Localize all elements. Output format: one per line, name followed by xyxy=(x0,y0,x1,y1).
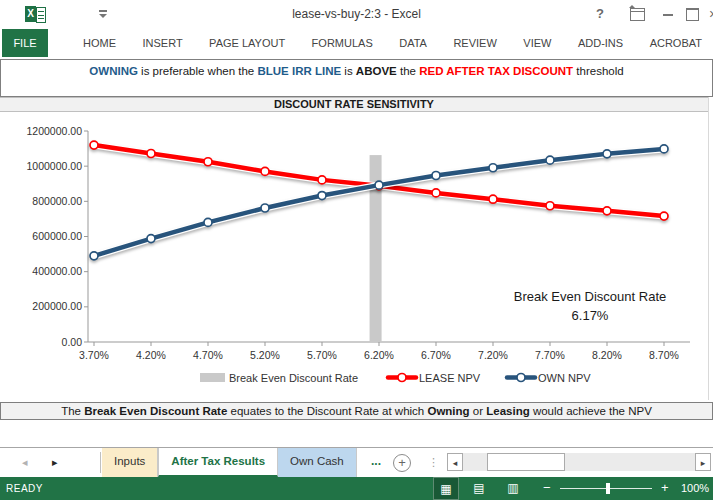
banner-top-segment-0: OWNING xyxy=(89,65,138,77)
data-point-marker[interactable] xyxy=(147,235,155,243)
data-point-marker[interactable] xyxy=(489,164,497,172)
view-normal-button[interactable]: ▦ xyxy=(433,477,459,500)
data-point-marker[interactable] xyxy=(90,252,98,260)
x-axis-label: 5.20% xyxy=(250,349,280,361)
y-axis-label: 400000.00 xyxy=(32,265,82,277)
ribbon-tab-page-layout[interactable]: PAGE LAYOUT xyxy=(198,29,296,57)
hscroll-right-icon[interactable]: ▸ xyxy=(695,453,711,471)
data-point-marker[interactable] xyxy=(546,202,554,210)
y-axis-label: 1000000.00 xyxy=(27,160,83,172)
data-point-marker[interactable] xyxy=(660,145,668,153)
x-axis-label: 4.70% xyxy=(193,349,223,361)
banner-top-segment-3: is xyxy=(341,65,356,77)
legend-swatch-break-even xyxy=(200,373,225,382)
data-point-marker[interactable] xyxy=(603,150,611,158)
bottom-note-banner: The Break Even Discount Rate equates to … xyxy=(0,402,713,420)
ribbon-tab-review[interactable]: REVIEW xyxy=(442,29,507,57)
sheet-tab-after-tax-results[interactable]: After Tax Results xyxy=(158,448,278,477)
ribbon-tab-home[interactable]: HOME xyxy=(72,29,127,57)
y-axis-label: 0.00 xyxy=(62,336,83,348)
banner-bottom-segment-0: The xyxy=(61,405,84,417)
banner-bottom-segment-4: or xyxy=(470,405,487,417)
sheet-tab-own-cash[interactable]: Own Cash xyxy=(278,448,357,477)
data-point-marker[interactable] xyxy=(375,181,383,189)
ribbon-tab-view[interactable]: VIEW xyxy=(512,29,562,57)
data-point-marker[interactable] xyxy=(489,195,497,203)
banner-top-segment-2: BLUE IRR LINE xyxy=(257,65,341,77)
hidden-sheets-indicator[interactable]: ... xyxy=(371,448,381,475)
zoom-slider-thumb[interactable] xyxy=(606,483,610,494)
banner-bottom-segment-3: Owning xyxy=(427,405,469,417)
empty-row xyxy=(0,82,713,97)
hscroll-left-icon[interactable]: ◂ xyxy=(447,453,463,471)
banner-bottom-segment-5: Leasing xyxy=(486,405,529,417)
ribbon-tab-file[interactable]: FILE xyxy=(2,29,48,57)
chart-canvas: 1200000.001000000.00800000.00600000.0040… xyxy=(0,112,713,400)
status-mode: READY xyxy=(6,477,43,500)
sheet-nav-left-icon[interactable]: ◂ xyxy=(22,448,28,477)
x-axis-label: 6.70% xyxy=(421,349,451,361)
zoom-slider[interactable] xyxy=(560,488,652,489)
data-point-marker[interactable] xyxy=(546,156,554,164)
data-point-marker[interactable] xyxy=(432,189,440,197)
chart-title: DISCOUNT RATE SENSITIVITY xyxy=(0,97,708,112)
y-axis-label: 600000.00 xyxy=(32,230,82,242)
ribbon-tab-data[interactable]: DATA xyxy=(388,29,438,57)
chart[interactable]: DISCOUNT RATE SENSITIVITY 1200000.001000… xyxy=(0,97,709,400)
data-point-marker[interactable] xyxy=(204,158,212,166)
x-axis-label: 7.20% xyxy=(478,349,508,361)
help-icon[interactable]: ? xyxy=(590,0,610,28)
break-even-annotation-line2: 6.17% xyxy=(572,308,609,323)
banner-bottom-segment-2: equates to the Discount Rate at which xyxy=(227,405,427,417)
ribbon-tab-acrobat[interactable]: ACROBAT xyxy=(639,29,713,57)
ribbon-tab-insert[interactable]: INSERT xyxy=(131,29,193,57)
data-point-marker[interactable] xyxy=(318,176,326,184)
minimize-icon[interactable] xyxy=(658,0,678,28)
banner-top-segment-6: RED AFTER TAX DISCOUNT xyxy=(419,65,573,77)
data-point-marker[interactable] xyxy=(432,171,440,179)
banner-top-segment-4: ABOVE xyxy=(356,65,397,77)
close-icon[interactable]: × xyxy=(703,0,713,28)
banner-bottom-segment-6: would achieve the NPV xyxy=(530,405,652,417)
view-page-break-button[interactable]: ▥ xyxy=(500,477,526,500)
zoom-out-button[interactable]: − xyxy=(543,477,551,499)
ribbon-tab-formulas[interactable]: FORMULAS xyxy=(301,29,384,57)
x-axis-label: 5.70% xyxy=(307,349,337,361)
data-point-marker[interactable] xyxy=(147,150,155,158)
y-axis-label: 200000.00 xyxy=(32,300,82,312)
zoom-level[interactable]: 100% xyxy=(681,477,709,500)
sheet-nav-right-icon[interactable]: ▸ xyxy=(52,448,58,477)
excel-window: X lease-vs-buy-2:3 - Excel ? × FILE HOME… xyxy=(0,0,713,500)
view-page-layout-button[interactable]: ▤ xyxy=(466,477,492,500)
ribbon-tab-add-ins[interactable]: ADD-INS xyxy=(567,29,634,57)
x-axis-label: 3.70% xyxy=(79,349,109,361)
data-point-marker[interactable] xyxy=(261,167,269,175)
top-note-banner: OWNING is preferable when the BLUE IRR L… xyxy=(0,59,713,83)
ribbon-display-options-icon[interactable] xyxy=(626,0,648,28)
data-point-marker[interactable] xyxy=(603,207,611,215)
data-point-marker[interactable] xyxy=(660,212,668,220)
sheet-tab-bar: ◂ ▸ InputsAfter Tax ResultsOwn Cash ... … xyxy=(0,447,713,477)
maximize-icon[interactable] xyxy=(682,0,702,28)
x-axis-label: 7.70% xyxy=(535,349,565,361)
legend-marker-lease-npv xyxy=(398,374,406,382)
data-point-marker[interactable] xyxy=(261,204,269,212)
data-point-marker[interactable] xyxy=(204,218,212,226)
hscroll-thumb[interactable] xyxy=(487,453,565,471)
y-axis-label: 800000.00 xyxy=(32,195,82,207)
title-bar: X lease-vs-buy-2:3 - Excel ? × xyxy=(0,0,713,28)
hscroll-track[interactable] xyxy=(463,453,695,471)
sheet-tab-inputs[interactable]: Inputs xyxy=(102,448,158,477)
drag-handle-icon[interactable]: ⋮ xyxy=(428,448,439,477)
x-axis-label: 6.20% xyxy=(364,349,394,361)
new-sheet-button[interactable]: + xyxy=(393,454,411,472)
x-axis-label: 8.70% xyxy=(649,349,679,361)
banner-bottom-segment-1: Break Even Discount Rate xyxy=(84,405,227,417)
zoom-in-button[interactable]: + xyxy=(661,477,669,499)
banner-top-segment-1: is preferable when the xyxy=(138,65,258,77)
data-point-marker[interactable] xyxy=(318,192,326,200)
legend-label-lease-npv: LEASE NPV xyxy=(419,372,481,384)
data-point-marker[interactable] xyxy=(90,141,98,149)
sheet-tabs: InputsAfter Tax ResultsOwn Cash xyxy=(102,448,357,477)
legend-label-own-npv: OWN NPV xyxy=(538,372,591,384)
